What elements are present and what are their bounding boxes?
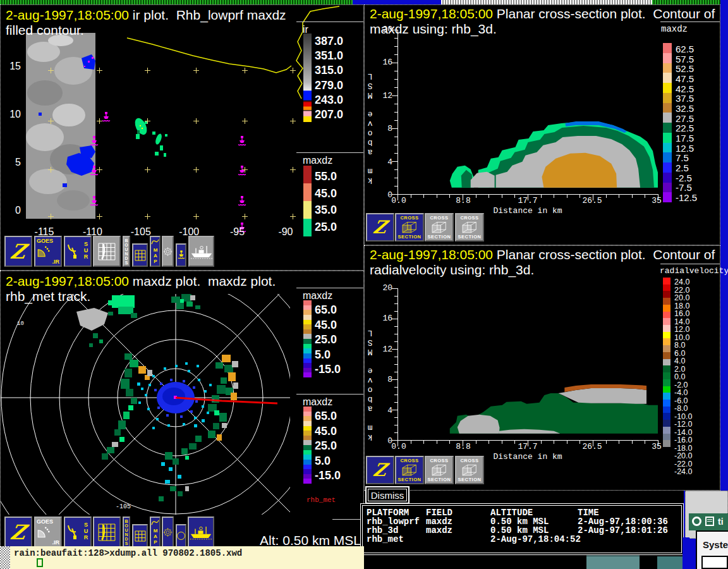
- cross-section-button-2[interactable]: CROSS SECTION: [425, 456, 454, 484]
- colorbar-value: 207.0: [315, 109, 353, 120]
- legend-separator: [296, 152, 363, 153]
- plus-mark-icon: [242, 68, 248, 73]
- ship-button[interactable]: [188, 517, 214, 548]
- small-grid-button[interactable]: [132, 524, 148, 548]
- buoy-button[interactable]: [176, 243, 186, 267]
- goes-label: GOES: [37, 518, 53, 525]
- ir-y-axis-labels: 151050: [6, 61, 21, 216]
- goes-ir-button[interactable]: GOES .IR: [34, 517, 62, 548]
- bounds-button[interactable]: BOUNDS: [123, 517, 130, 548]
- ir-sublabel: .IR: [52, 259, 59, 265]
- radar-grid-button[interactable]: [93, 236, 121, 267]
- colorbar-value: 37.5: [676, 94, 708, 103]
- cross-section-button-1[interactable]: CROSS SECTION: [395, 456, 424, 484]
- y-tick-label: 10: [6, 109, 21, 120]
- title-text: ir plot. Rhb_lowprf maxdz: [129, 8, 286, 22]
- circle-button[interactable]: [176, 524, 186, 548]
- colorbar-segment: [303, 368, 312, 373]
- tim-window-titlebar[interactable]: ti: [689, 513, 728, 530]
- colorbar-segment: [663, 284, 670, 291]
- colorbar-segment: [303, 436, 312, 441]
- xterm-scrollbar[interactable]: [0, 546, 10, 569]
- xterm-window[interactable]: rain:beaufait:128>xdump.all 970802.1805.…: [0, 546, 364, 569]
- cross-section-button-2[interactable]: CROSS SECTION: [425, 213, 454, 242]
- plus-mark-icon: [48, 167, 54, 173]
- colorbar-segment: [303, 465, 312, 470]
- colorbar-segment: [303, 344, 312, 349]
- colorbar-segment: [303, 469, 312, 474]
- colorbar-label: maxdz: [661, 24, 688, 34]
- sur-label: SUR: [83, 241, 88, 260]
- surveillance-radar-button[interactable]: SUR: [64, 236, 92, 267]
- y-tick-label: 8: [380, 125, 392, 133]
- colorbar-value: 351.0: [315, 50, 353, 61]
- colorbar-value: 45.0: [315, 188, 353, 199]
- top-border-green2: [652, 0, 720, 4]
- cube-icon: [459, 463, 480, 477]
- zebra-logo-button[interactable]: Z: [4, 517, 32, 548]
- window-menu-circle-icon[interactable]: [692, 517, 701, 526]
- colorbar-segment: [303, 334, 312, 339]
- cross-section-button-1[interactable]: CROSS SECTION: [395, 213, 424, 242]
- colorbar-segment: [303, 339, 312, 344]
- goes-ir-button[interactable]: GOES .IR: [34, 236, 62, 267]
- ppi-radar-display[interactable]: [1, 294, 290, 515]
- colorbar-segment: [303, 310, 312, 315]
- zebra-logo-button[interactable]: Z: [366, 456, 394, 484]
- maxdz-colorbar2-values: 65.045.025.05.0-15.0: [315, 410, 353, 481]
- bounds-button[interactable]: BOUNDS: [123, 236, 130, 267]
- surveillance-radar-button[interactable]: SUR: [64, 517, 92, 548]
- colorbar-segment: [663, 152, 672, 162]
- radar-grid-button[interactable]: [93, 517, 121, 548]
- colorbar-segment: [663, 427, 670, 434]
- colorbar-value: -8.0: [674, 405, 707, 413]
- small-grid-button[interactable]: [132, 243, 148, 267]
- colorbar-segment: [663, 420, 670, 427]
- map-button[interactable]: MAP: [150, 236, 161, 267]
- dismiss-button[interactable]: Dismiss: [365, 486, 410, 504]
- sur-label: SUR: [83, 522, 88, 541]
- colorbar-value: 25.0: [315, 334, 353, 345]
- colorbar-value: -4.0: [674, 389, 707, 397]
- timestamp: 2-aug-1997,18:05:00: [370, 247, 493, 262]
- zebra-logo-button[interactable]: Z: [4, 236, 32, 267]
- radar-dish-icon: [67, 523, 81, 540]
- x-tick-label: 8.8: [452, 197, 474, 205]
- maxdz-contour-plot[interactable]: [398, 30, 658, 194]
- colorbar-segment: [663, 305, 670, 312]
- azimuth-wheel-button[interactable]: [162, 236, 174, 267]
- status-row: rhb_lowprf maxdz 0.50 km MSL 2-Aug-97,18…: [363, 517, 681, 526]
- top-border-green: [0, 0, 353, 4]
- colorbar-segment: [663, 192, 672, 202]
- panel-maxdz-ppi: 2-aug-1997,18:05:00 maxdz plot. maxdz pl…: [0, 271, 364, 555]
- colorbar-segment: [663, 400, 670, 407]
- plus-mark-icon: [290, 68, 296, 73]
- y-tick-label: 20: [380, 284, 392, 292]
- ship-button[interactable]: [188, 236, 214, 267]
- system-window-inner-box[interactable]: [701, 556, 728, 569]
- colorbar-value: 65.0: [315, 304, 353, 315]
- map-label: MAP: [153, 247, 158, 264]
- cross-section-button-3[interactable]: CROSS SECTION: [455, 456, 484, 484]
- colorbar-values: 62.557.552.547.542.537.532.527.522.517.5…: [676, 44, 708, 202]
- satellite-dish-icon: [37, 245, 51, 258]
- radialvelocity-contour-plot[interactable]: [398, 288, 658, 440]
- colorbar-value: -15.0: [315, 470, 353, 481]
- colorbar-segment: [663, 413, 670, 420]
- zebra-logo-button[interactable]: Z: [366, 213, 394, 242]
- colorbar-segment: [663, 352, 670, 359]
- azimuth-wheel-button[interactable]: [162, 517, 174, 548]
- zebra-z-icon: Z: [9, 240, 28, 264]
- cross-section-button-3[interactable]: CROSS SECTION: [455, 213, 484, 242]
- legend-separator: [332, 519, 363, 520]
- cross-label: CROSS: [430, 458, 448, 463]
- colorbar-segment: [663, 93, 672, 103]
- xsection-title: 2-aug-1997,18:05:00 Planar cross-section…: [370, 6, 715, 21]
- colorbar-value: 12.0: [674, 326, 707, 334]
- colorbar-segment: [663, 325, 670, 332]
- map-button[interactable]: MAP: [150, 517, 161, 548]
- colorbar-segment: [303, 440, 312, 445]
- window-doc-icon[interactable]: [705, 517, 714, 526]
- colorbar-value: 35.0: [315, 204, 353, 216]
- colorbar-value: 2.5: [676, 163, 708, 173]
